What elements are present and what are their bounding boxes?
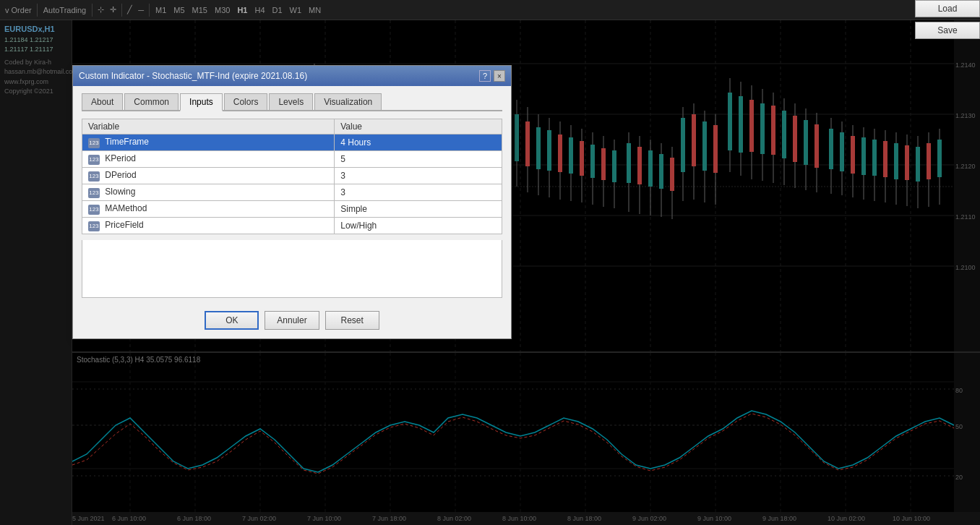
- val-dperiod[interactable]: 3: [335, 168, 502, 184]
- tab-colors[interactable]: Colors: [224, 93, 268, 110]
- table-section: Variable Value 123 TimeFrame 4 Hours: [82, 119, 502, 298]
- col-value: Value: [335, 119, 502, 135]
- titlebar-buttons: ? ×: [479, 70, 505, 82]
- var-kperiod: 123 KPeriod: [82, 151, 335, 168]
- header-row: Variable Value: [82, 119, 502, 135]
- var-name-kperiod: KPeriod: [105, 153, 136, 163]
- table-container: Variable Value 123 TimeFrame 4 Hours: [82, 119, 502, 298]
- modal-overlay: Custom Indicator - Stochastic_MTF-Ind (e…: [0, 0, 980, 525]
- ok-button[interactable]: OK: [205, 311, 259, 330]
- indicator-dialog: Custom Indicator - Stochastic_MTF-Ind (e…: [72, 65, 512, 339]
- tab-bar: About Common Inputs Colors Levels Visual…: [82, 93, 502, 111]
- row-pricefield[interactable]: 123 PriceField Low/High: [82, 218, 502, 234]
- row-dperiod[interactable]: 123 DPeriod 3: [82, 168, 502, 184]
- var-pricefield: 123 PriceField: [82, 218, 335, 234]
- row-mamethod[interactable]: 123 MAMethod Simple: [82, 201, 502, 218]
- tab-about[interactable]: About: [82, 93, 123, 110]
- val-kperiod[interactable]: 5: [335, 151, 502, 168]
- var-mamethod: 123 MAMethod: [82, 201, 335, 218]
- close-button[interactable]: ×: [494, 70, 505, 82]
- row-kperiod[interactable]: 123 KPeriod 5: [82, 151, 502, 168]
- type-icon-timeframe: 123: [88, 138, 100, 148]
- val-timeframe[interactable]: 4 Hours: [335, 135, 502, 151]
- var-name-mamethod: MAMethod: [105, 203, 147, 213]
- val-mamethod[interactable]: Simple: [335, 201, 502, 218]
- dialog-titlebar: Custom Indicator - Stochastic_MTF-Ind (e…: [73, 66, 511, 86]
- var-slowing: 123 Slowing: [82, 184, 335, 201]
- dialog-title: Custom Indicator - Stochastic_MTF-Ind (e…: [79, 71, 307, 81]
- var-name-dperiod: DPeriod: [105, 170, 136, 180]
- var-dperiod: 123 DPeriod: [82, 168, 335, 184]
- val-slowing[interactable]: 3: [335, 184, 502, 201]
- reset-button[interactable]: Reset: [325, 311, 379, 330]
- table-body: 123 TimeFrame 4 Hours 123 KPeriod: [82, 135, 502, 234]
- side-buttons: Load Save: [915, 0, 980, 39]
- type-icon-pricefield: 123: [88, 221, 100, 231]
- type-icon-slowing: 123: [88, 188, 100, 198]
- cancel-button[interactable]: Annuler: [265, 311, 319, 330]
- dialog-content: About Common Inputs Colors Levels Visual…: [73, 86, 511, 305]
- type-icon-kperiod: 123: [88, 155, 100, 165]
- tab-inputs[interactable]: Inputs: [180, 93, 223, 111]
- var-name-pricefield: PriceField: [105, 220, 143, 230]
- parameters-table: Variable Value 123 TimeFrame 4 Hours: [82, 119, 502, 234]
- val-pricefield[interactable]: Low/High: [335, 218, 502, 234]
- table-empty-area: [82, 240, 502, 298]
- tab-levels[interactable]: Levels: [269, 93, 313, 110]
- save-button[interactable]: Save: [915, 22, 980, 39]
- table-header: Variable Value: [82, 119, 502, 135]
- var-timeframe: 123 TimeFrame: [82, 135, 335, 151]
- type-icon-mamethod: 123: [88, 205, 100, 215]
- tab-common[interactable]: Common: [124, 93, 179, 110]
- dialog-footer: OK Annuler Reset: [73, 305, 511, 338]
- row-slowing[interactable]: 123 Slowing 3: [82, 184, 502, 201]
- var-name-timeframe: TimeFrame: [105, 137, 149, 147]
- col-variable: Variable: [82, 119, 335, 135]
- var-name-slowing: Slowing: [105, 187, 135, 197]
- type-icon-dperiod: 123: [88, 171, 100, 182]
- help-button[interactable]: ?: [479, 70, 491, 82]
- load-button[interactable]: Load: [915, 0, 980, 17]
- row-timeframe[interactable]: 123 TimeFrame 4 Hours: [82, 135, 502, 151]
- tab-visualization[interactable]: Visualization: [314, 93, 382, 110]
